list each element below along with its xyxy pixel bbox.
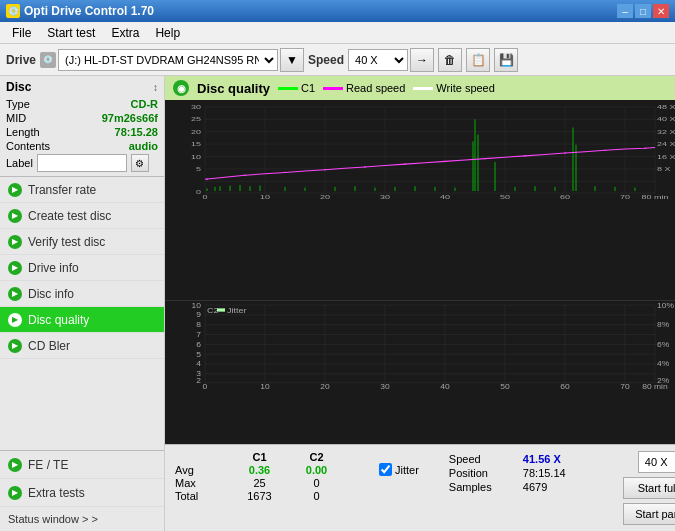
svg-point-71 (324, 169, 326, 170)
disc-mid-value: 97m26s66f (102, 112, 158, 124)
save-button[interactable]: 💾 (494, 48, 518, 72)
svg-text:80 min: 80 min (642, 193, 669, 200)
nav-icon-disc-quality: ▶ (8, 313, 22, 327)
content-area: ◉ Disc quality C1 Read speed Write speed (165, 76, 675, 531)
disc-label-label: Label (6, 157, 33, 169)
menu-extra[interactable]: Extra (103, 24, 147, 42)
maximize-button[interactable]: □ (635, 4, 651, 18)
total-c1-value: 1673 (232, 490, 287, 502)
nav-icon-verify-test: ▶ (8, 235, 22, 249)
disc-length-value: 78:15.28 (115, 126, 158, 138)
chart-title: Disc quality (197, 81, 270, 96)
svg-text:70: 70 (620, 193, 630, 200)
c1-header: C1 (232, 451, 287, 463)
nav-label-create-test: Create test disc (28, 209, 111, 223)
svg-text:0: 0 (203, 383, 208, 391)
svg-rect-123 (217, 308, 225, 311)
nav-item-disc-quality[interactable]: ▶ Disc quality (0, 307, 164, 333)
svg-text:20: 20 (320, 383, 329, 391)
svg-text:30: 30 (380, 383, 389, 391)
avg-c2-value: 0.00 (289, 464, 344, 476)
samples-label: Samples (449, 481, 519, 493)
stats-section: C1 C2 Avg 0.36 0.00 Max 25 0 Total 1673 … (175, 451, 344, 502)
copy-button[interactable]: 📋 (466, 48, 490, 72)
menu-file[interactable]: File (4, 24, 39, 42)
max-c2-value: 0 (289, 477, 344, 489)
svg-point-73 (404, 163, 406, 164)
svg-point-76 (524, 155, 526, 156)
svg-text:0: 0 (196, 189, 201, 196)
drive-select[interactable]: (J:) HL-DT-ST DVDRAM GH24NS95 RN02 (58, 49, 278, 71)
start-full-button[interactable]: Start full (623, 477, 675, 499)
extra-tests-button[interactable]: ▶ Extra tests (0, 479, 164, 507)
samples-value: 4679 (523, 481, 603, 493)
svg-text:32 X: 32 X (657, 128, 675, 135)
nav-item-transfer-rate[interactable]: ▶ Transfer rate (0, 177, 164, 203)
title-bar: 💿 Opti Drive Control 1.70 – □ ✕ (0, 0, 675, 22)
disc-label-input[interactable] (37, 154, 127, 172)
svg-text:8 X: 8 X (657, 165, 670, 172)
status-window-button[interactable]: Status window > > (0, 507, 164, 531)
start-part-button[interactable]: Start part (623, 503, 675, 525)
legend-c1-label: C1 (301, 82, 315, 94)
svg-text:25: 25 (191, 116, 201, 123)
app-title: Opti Drive Control 1.70 (24, 4, 154, 18)
nav-label-disc-quality: Disc quality (28, 313, 89, 327)
stats-spacer (175, 451, 230, 463)
position-label: Position (449, 467, 519, 479)
drive-label: Drive (6, 53, 36, 67)
avg-c1-value: 0.36 (232, 464, 287, 476)
svg-text:4: 4 (196, 360, 201, 368)
speed-value: 41.56 X (523, 453, 603, 465)
app-icon: 💿 (6, 4, 20, 18)
drive-refresh-button[interactable]: ▼ (280, 48, 304, 72)
svg-text:70: 70 (620, 383, 629, 391)
nav-item-verify-test-disc[interactable]: ▶ Verify test disc (0, 229, 164, 255)
speed-label: Speed (308, 53, 344, 67)
top-chart-svg: 30 25 20 15 10 5 0 48 X 40 X 32 X 24 X (165, 100, 675, 200)
bottom-chart: 10 9 8 7 6 5 4 3 2 10% 8% 6% (165, 301, 675, 444)
svg-text:7: 7 (196, 331, 201, 339)
nav-icon-fe-te: ▶ (8, 458, 22, 472)
svg-point-78 (604, 150, 606, 151)
svg-text:10%: 10% (657, 301, 674, 309)
svg-text:60: 60 (560, 383, 569, 391)
jitter-checkbox[interactable] (379, 463, 392, 476)
nav-icon-cd-bler: ▶ (8, 339, 22, 353)
nav-item-drive-info[interactable]: ▶ Drive info (0, 255, 164, 281)
svg-text:20: 20 (320, 193, 330, 200)
menu-help[interactable]: Help (147, 24, 188, 42)
svg-text:6%: 6% (657, 341, 669, 349)
charts-container: 30 25 20 15 10 5 0 48 X 40 X 32 X 24 X (165, 100, 675, 444)
svg-text:9: 9 (196, 311, 201, 319)
nav-icon-extra-tests: ▶ (8, 486, 22, 500)
minimize-button[interactable]: – (617, 4, 633, 18)
nav-item-create-test-disc[interactable]: ▶ Create test disc (0, 203, 164, 229)
nav-icon-drive-info: ▶ (8, 261, 22, 275)
svg-text:50: 50 (500, 383, 509, 391)
chart-header: ◉ Disc quality C1 Read speed Write speed (165, 76, 675, 100)
speed-arrow-button[interactable]: → (410, 48, 434, 72)
svg-point-79 (644, 148, 646, 149)
max-c1-value: 25 (232, 477, 287, 489)
fe-te-button[interactable]: ▶ FE / TE (0, 451, 164, 479)
sidebar: Disc ↕ Type CD-R MID 97m26s66f Length 78… (0, 76, 165, 531)
nav-item-cd-bler[interactable]: ▶ CD Bler (0, 333, 164, 359)
bottom-stats-panel: C1 C2 Avg 0.36 0.00 Max 25 0 Total 1673 … (165, 444, 675, 531)
speed-select[interactable]: 40 X (348, 49, 408, 71)
position-value: 78:15.14 (523, 467, 603, 479)
nav-item-disc-info[interactable]: ▶ Disc info (0, 281, 164, 307)
disc-section: Disc ↕ Type CD-R MID 97m26s66f Length 78… (0, 76, 164, 177)
erase-button[interactable]: 🗑 (438, 48, 462, 72)
close-button[interactable]: ✕ (653, 4, 669, 18)
svg-point-72 (364, 166, 366, 167)
svg-text:8%: 8% (657, 321, 669, 329)
speed-control-select[interactable]: 40 X (638, 451, 675, 473)
svg-text:24 X: 24 X (657, 141, 675, 148)
disc-label-gear-button[interactable]: ⚙ (131, 154, 149, 172)
disc-arrow-icon[interactable]: ↕ (153, 82, 158, 93)
legend-read-speed-label: Read speed (346, 82, 405, 94)
speed-label: Speed (449, 453, 519, 465)
svg-text:10: 10 (260, 193, 270, 200)
menu-start-test[interactable]: Start test (39, 24, 103, 42)
